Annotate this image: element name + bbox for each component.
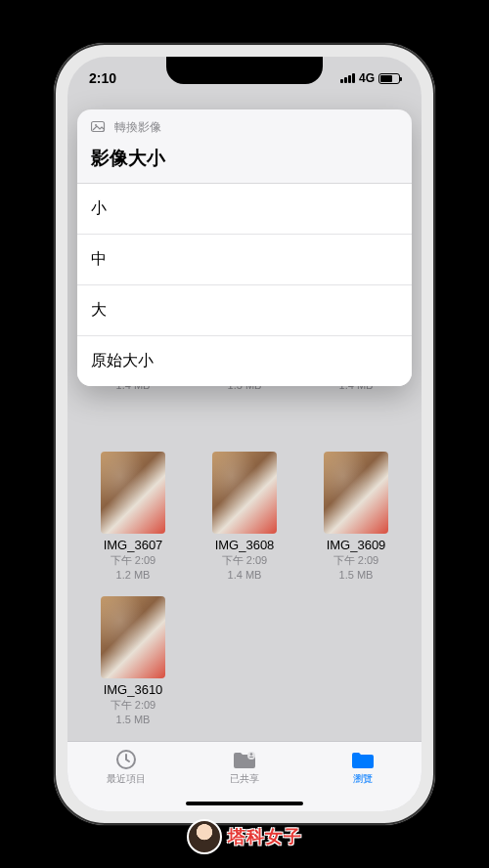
tab-bar: 最近項目 已共享 瀏覽 [67, 741, 422, 811]
file-time: 下午 2:09 [304, 553, 408, 567]
tab-label: 最近項目 [107, 772, 146, 786]
brand-avatar-icon [187, 819, 222, 854]
file-thumbnail [212, 452, 277, 534]
sheet-title: 影像大小 [77, 140, 412, 184]
file-size: 1.5 MB [304, 568, 408, 582]
option-large[interactable]: 大 [77, 285, 412, 336]
phone-screen: 2:10 4G 轉換影像 影像大小 小 中 大 原始大小 [67, 57, 422, 811]
file-name: IMG_3608 [193, 538, 296, 552]
option-original[interactable]: 原始大小 [77, 336, 412, 386]
phone-frame: 2:10 4G 轉換影像 影像大小 小 中 大 原始大小 [54, 43, 435, 825]
tab-recents[interactable]: 最近項目 [68, 748, 185, 786]
tab-browse[interactable]: 瀏覽 [304, 748, 421, 786]
folder-icon [350, 748, 376, 771]
carrier-label: 4G [359, 71, 375, 85]
file-name: IMG_3610 [81, 682, 185, 697]
file-item[interactable]: IMG_3608 下午 2:09 1.4 MB [193, 452, 296, 583]
convert-image-icon [91, 119, 107, 136]
svg-point-3 [247, 752, 255, 760]
file-thumbnail [101, 596, 165, 678]
option-small[interactable]: 小 [77, 184, 412, 235]
file-item[interactable]: IMG_3610 下午 2:09 1.5 MB [81, 596, 185, 727]
home-indicator[interactable] [186, 802, 303, 805]
tab-shared[interactable]: 已共享 [186, 748, 302, 786]
option-medium[interactable]: 中 [77, 235, 412, 285]
shared-folder-icon [232, 748, 257, 771]
sheet-header: 轉換影像 [77, 109, 412, 140]
file-time: 下午 2:09 [81, 553, 185, 567]
tab-label: 瀏覽 [353, 772, 373, 786]
file-item[interactable]: IMG_3607 下午 2:09 1.2 MB [81, 452, 185, 583]
tab-label: 已共享 [230, 772, 259, 786]
file-size: 1.5 MB [81, 713, 185, 726]
brand-text: 塔科女子 [228, 825, 302, 848]
file-size: 1.2 MB [81, 568, 185, 582]
file-thumbnail [101, 452, 165, 534]
file-thumbnail [324, 452, 388, 534]
status-right: 4G [340, 71, 400, 85]
sheet-breadcrumb: 轉換影像 [114, 119, 161, 136]
clock-icon [113, 748, 139, 771]
status-time: 2:10 [89, 70, 116, 86]
image-size-sheet: 轉換影像 影像大小 小 中 大 原始大小 [77, 109, 412, 386]
file-size: 1.4 MB [193, 568, 296, 582]
file-item[interactable]: IMG_3609 下午 2:09 1.5 MB [304, 452, 408, 583]
svg-point-4 [250, 753, 252, 755]
signal-icon [340, 73, 355, 83]
file-time: 下午 2:09 [81, 698, 185, 712]
brand-watermark: 塔科女子 [187, 819, 302, 854]
file-grid: IMG_3607 下午 2:09 1.2 MB IMG_3608 下午 2:09… [81, 452, 408, 726]
file-name: IMG_3607 [81, 538, 185, 552]
battery-icon [378, 73, 400, 84]
file-time: 下午 2:09 [193, 553, 296, 567]
notch [166, 57, 323, 84]
file-name: IMG_3609 [304, 538, 408, 552]
